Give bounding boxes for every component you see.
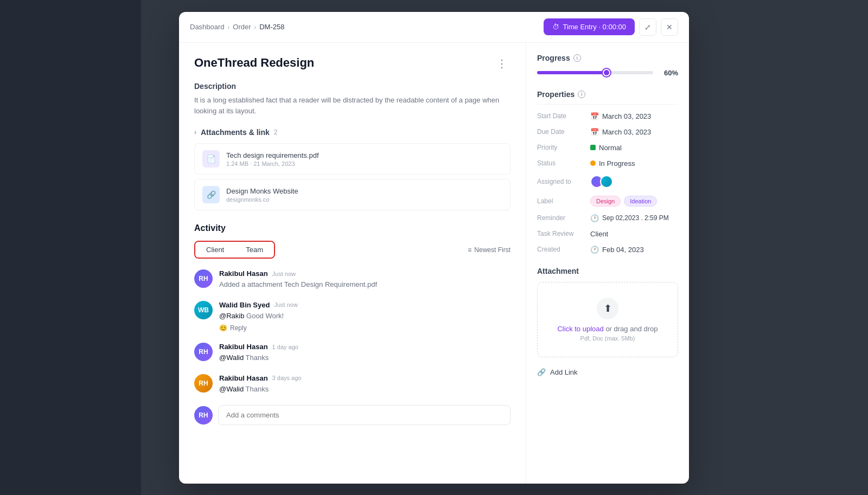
time-entry-button[interactable]: ⏱ Time Entry · 0:00:00: [544, 18, 635, 35]
upload-link[interactable]: Click to upload: [557, 325, 603, 333]
activity-header-1: Rakibul Hasan Just now: [219, 269, 510, 278]
attachment-name-link: Design Monks Website: [226, 187, 298, 195]
topbar-actions: ⏱ Time Entry · 0:00:00 ⤢ ✕: [544, 18, 678, 36]
reminder-value[interactable]: 🕐 Sep 02,2023 . 2:59 PM: [590, 214, 678, 222]
link-chain-icon: 🔗: [537, 368, 546, 376]
avatar-rakibul-3: RH: [194, 374, 213, 393]
activity-content-1: Rakibul Hasan Just now Added a attachmen…: [219, 269, 510, 290]
assignee-avatars: [590, 175, 613, 188]
label-value: Design Ideation: [590, 196, 678, 207]
assigned-value[interactable]: [590, 175, 678, 188]
avatar-walid: WB: [194, 301, 213, 319]
calendar-icon-due: 📅: [590, 128, 599, 136]
upload-icon: ⬆: [597, 298, 618, 319]
progress-thumb: [603, 69, 610, 76]
activity-author-2: Walid Bin Syed: [219, 301, 270, 309]
progress-bar-container[interactable]: [537, 71, 653, 74]
reminder-label: Reminder: [537, 214, 586, 222]
task-review-value[interactable]: Client: [590, 230, 678, 238]
expand-button[interactable]: ⤢: [639, 18, 656, 36]
priority-text: Normal: [599, 144, 622, 152]
chevron-right-icon: ›: [194, 128, 196, 136]
avatar-rakibul-2: RH: [194, 343, 213, 361]
modal-topbar: Dashboard › Order › DM-258 ⏱ Time Entry …: [179, 12, 689, 43]
priority-dot: [590, 145, 596, 150]
start-date-value[interactable]: 📅 March 03, 2023: [590, 112, 678, 120]
attachment-item-link[interactable]: 🔗 Design Monks Website designmonks.co: [194, 179, 510, 210]
priority-label: Priority: [537, 144, 586, 151]
breadcrumb-order[interactable]: Order: [233, 23, 251, 31]
modal-backdrop: Dashboard › Order › DM-258 ⏱ Time Entry …: [0, 0, 868, 495]
progress-info-icon[interactable]: i: [573, 54, 581, 62]
priority-value[interactable]: Normal: [590, 144, 678, 152]
mention-walid-2: @Walid: [219, 385, 244, 393]
sort-button[interactable]: ≡ Newest First: [468, 246, 510, 254]
reply-button[interactable]: 😊 Reply: [219, 324, 247, 332]
activity-text-2: @Rakib Good Work!: [219, 311, 510, 322]
sort-label: Newest First: [474, 246, 510, 254]
breadcrumb-sep2: ›: [254, 24, 257, 30]
activity-tabs-row: Client Team ≡ Newest First: [194, 241, 510, 259]
task-menu-button[interactable]: ⋮: [493, 56, 510, 71]
due-date-label: Due Date: [537, 128, 586, 136]
progress-bar-fill: [537, 71, 607, 74]
expand-icon: ⤢: [644, 23, 651, 31]
status-dot: [590, 160, 596, 166]
mention-rakib: @Rakib: [219, 312, 244, 320]
created-text: Feb 04, 2023: [602, 246, 644, 254]
upload-text-after: or drag and drop: [605, 325, 658, 333]
upload-box[interactable]: ⬆ Click to upload or drag and drop Pdf, …: [537, 282, 678, 357]
upload-text: Click to upload or drag and drop: [546, 325, 669, 333]
progress-title: Progress i: [537, 54, 678, 62]
tab-client[interactable]: Client: [195, 242, 235, 258]
pdf-icon: 📄: [202, 150, 220, 168]
breadcrumb-current: DM-258: [259, 23, 284, 31]
reply-icon: 😊: [219, 324, 227, 332]
prop-label: Label Design Ideation: [537, 196, 678, 207]
attachment-item-pdf[interactable]: 📄 Tech design requirements.pdf 1.24 MB ·…: [194, 143, 510, 175]
left-panel: OneThread Redesign ⋮ Description It is a…: [179, 43, 526, 484]
activity-item-3: RH Rakibul Hasan 1 day ago @Walid Thanks: [194, 343, 510, 363]
activity-text-3: @Walid Thanks: [219, 352, 510, 363]
activity-item-1: RH Rakibul Hasan Just now Added a attach…: [194, 269, 510, 290]
breadcrumb-dashboard[interactable]: Dashboard: [190, 23, 225, 31]
prop-due-date: Due Date 📅 March 03, 2023: [537, 128, 678, 136]
link-icon: 🔗: [202, 186, 220, 203]
label-badge-design[interactable]: Design: [590, 196, 621, 207]
status-label: Status: [537, 159, 586, 167]
start-date-text: March 03, 2023: [602, 112, 651, 120]
properties-info-icon[interactable]: i: [578, 91, 585, 98]
activity-label: Activity: [194, 223, 510, 233]
due-date-value[interactable]: 📅 March 03, 2023: [590, 128, 678, 136]
status-text: In Progress: [599, 159, 635, 168]
activity-header-2: Walid Bin Syed Just now: [219, 301, 510, 309]
attachment-upload-title: Attachment: [537, 267, 678, 275]
activity-content-3: Rakibul Hasan 1 day ago @Walid Thanks: [219, 343, 510, 363]
properties-label: Properties: [537, 90, 575, 99]
attachment-info-link: Design Monks Website designmonks.co: [226, 187, 298, 203]
close-button[interactable]: ✕: [661, 18, 678, 36]
activity-author-1: Rakibul Hasan: [219, 269, 268, 278]
activity-author-4: Rakibul Hasan: [219, 374, 268, 382]
right-panel: Progress i 60% Properties: [526, 43, 689, 484]
prop-created: Created 🕐 Feb 04, 2023: [537, 246, 678, 254]
status-value[interactable]: In Progress: [590, 159, 678, 168]
prop-assigned: Assigned to: [537, 175, 678, 188]
attachments-header[interactable]: › Attachments & link 2: [194, 128, 510, 137]
task-review-label: Task Review: [537, 230, 586, 237]
activity-time-1: Just now: [272, 271, 296, 277]
attachment-meta-link: designmonks.co: [226, 196, 298, 203]
activity-text-1: Added a attachment Tech Design Requireme…: [219, 279, 510, 290]
activity-time-2: Just now: [274, 301, 297, 308]
comment-input[interactable]: [218, 405, 510, 425]
progress-percentage: 60%: [659, 69, 678, 77]
assignee-avatar-2: [600, 175, 613, 188]
progress-section: Progress i 60%: [537, 54, 678, 77]
activity-time-4: 3 days ago: [272, 375, 302, 381]
activity-header-4: Rakibul Hasan 3 days ago: [219, 374, 510, 382]
prop-status: Status In Progress: [537, 159, 678, 168]
tab-team[interactable]: Team: [235, 242, 274, 258]
breadcrumb: Dashboard › Order › DM-258: [190, 23, 284, 31]
add-link-button[interactable]: 🔗 Add Link: [537, 364, 578, 381]
label-badge-ideation[interactable]: Ideation: [624, 196, 657, 207]
